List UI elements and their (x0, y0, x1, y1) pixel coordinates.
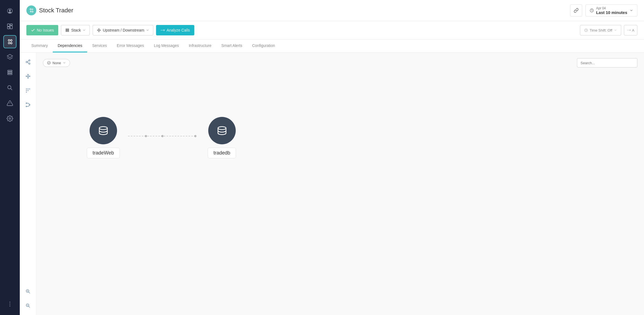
svg-point-78 (99, 126, 107, 130)
tab-dependencies[interactable]: Dependencies (53, 40, 87, 52)
svg-line-67 (29, 292, 30, 293)
main-content: Stock Trader Apr 04 Last 10 minutes No I… (20, 0, 644, 315)
sidebar-item-alerts[interactable] (3, 97, 16, 110)
left-panel (20, 53, 36, 315)
svg-rect-13 (8, 72, 12, 73)
filter-none-button[interactable]: None (43, 59, 70, 67)
svg-point-58 (27, 89, 28, 89)
analyze-calls-button[interactable]: Analyze Calls (156, 25, 194, 35)
svg-rect-6 (7, 27, 10, 29)
node-tradedb[interactable]: tradedb (208, 117, 236, 158)
svg-point-53 (29, 76, 30, 77)
svg-point-59 (29, 89, 30, 89)
tab-services[interactable]: Services (87, 40, 112, 52)
tab-error-messages[interactable]: Error Messages (112, 40, 149, 52)
svg-point-63 (26, 103, 27, 104)
svg-point-61 (27, 90, 28, 91)
filter-none-label: None (52, 61, 61, 65)
svg-point-8 (10, 40, 12, 41)
app-title-group: Stock Trader (26, 5, 73, 15)
zoom-in-icon[interactable] (23, 286, 33, 296)
sidebar-item-home[interactable] (3, 4, 16, 18)
svg-point-54 (27, 77, 28, 78)
svg-point-7 (8, 40, 10, 41)
dots-icon[interactable] (23, 86, 33, 95)
toolbar: No Issues Stack Upstream / Downstream An… (20, 21, 644, 40)
svg-point-9 (8, 42, 10, 44)
graph-area: None (36, 53, 644, 315)
svg-point-31 (97, 30, 98, 31)
time-shift-button[interactable]: Time Shift: Off (580, 25, 621, 35)
tradeweb-circle (90, 117, 117, 144)
tab-summary[interactable]: Summary (26, 40, 53, 52)
no-issues-label: No Issues (37, 28, 54, 32)
svg-rect-12 (8, 70, 12, 71)
svg-line-16 (11, 89, 12, 90)
sidebar-item-apm[interactable] (3, 35, 16, 48)
filter-bar: None (43, 58, 637, 68)
svg-point-19 (9, 118, 11, 119)
connector-svg (43, 73, 637, 210)
graph-icon[interactable] (23, 71, 33, 81)
svg-point-33 (99, 31, 99, 32)
sidebar-item-layers[interactable] (3, 50, 16, 64)
svg-point-20 (10, 302, 10, 303)
sidebar-item-settings[interactable] (3, 112, 16, 125)
no-issues-button[interactable]: No Issues (26, 25, 58, 35)
time-range-button[interactable]: Apr 04 Last 10 minutes (585, 4, 637, 16)
tab-configuration[interactable]: Configuration (247, 40, 280, 52)
svg-line-49 (27, 62, 29, 63)
svg-point-23 (30, 9, 31, 10)
node-tradeweb[interactable]: tradeWeb (87, 117, 120, 158)
tradeweb-label: tradeWeb (87, 148, 120, 158)
sidebar-item-search[interactable] (3, 81, 16, 94)
header: Stock Trader Apr 04 Last 10 minutes (20, 0, 644, 21)
svg-rect-30 (66, 31, 69, 32)
svg-point-57 (26, 89, 27, 89)
svg-point-51 (26, 76, 27, 77)
svg-rect-5 (10, 26, 12, 29)
header-time-range: Last 10 minutes (596, 10, 627, 15)
svg-rect-2 (9, 9, 11, 10)
svg-rect-28 (66, 29, 69, 30)
sidebar (0, 0, 20, 315)
svg-point-75 (145, 135, 147, 137)
svg-point-47 (26, 61, 27, 63)
svg-rect-29 (66, 30, 69, 31)
svg-point-48 (29, 63, 30, 64)
sidebar-item-stack[interactable] (3, 66, 16, 79)
page-title: Stock Trader (39, 7, 73, 14)
sidebar-item-dashboard[interactable] (3, 20, 16, 33)
tab-bar: Summary Dependencies Services Error Mess… (20, 40, 644, 53)
more-button[interactable]: A (624, 25, 637, 35)
upstream-downstream-button[interactable]: Upstream / Downstream (93, 25, 153, 35)
tradedb-circle (208, 117, 236, 144)
svg-rect-4 (10, 24, 12, 25)
svg-point-76 (161, 135, 163, 137)
svg-point-79 (218, 126, 226, 130)
svg-point-77 (194, 135, 196, 137)
svg-point-34 (100, 30, 101, 31)
tab-infrastructure[interactable]: Infrastructure (184, 40, 216, 52)
svg-line-50 (27, 61, 29, 61)
more-label: A (632, 28, 634, 32)
svg-point-25 (30, 11, 31, 12)
zoom-out-icon[interactable] (23, 301, 33, 311)
svg-rect-3 (7, 24, 10, 26)
time-shift-label: Time Shift: Off (590, 28, 612, 32)
upstream-label: Upstream / Downstream (103, 28, 144, 32)
tab-log-messages[interactable]: Log Messages (149, 40, 184, 52)
stack-button[interactable]: Stack (61, 25, 90, 35)
tab-smart-alerts[interactable]: Smart Alerts (216, 40, 247, 52)
link-button[interactable] (570, 4, 582, 16)
svg-point-21 (10, 304, 10, 305)
svg-point-52 (27, 74, 28, 75)
svg-point-65 (26, 106, 27, 107)
search-input[interactable] (577, 58, 637, 68)
share-icon[interactable] (23, 57, 33, 67)
svg-point-60 (26, 90, 27, 91)
svg-marker-11 (7, 54, 13, 58)
flow-icon[interactable] (23, 100, 33, 110)
sidebar-item-more[interactable] (3, 297, 16, 311)
analyze-label: Analyze Calls (166, 28, 190, 32)
